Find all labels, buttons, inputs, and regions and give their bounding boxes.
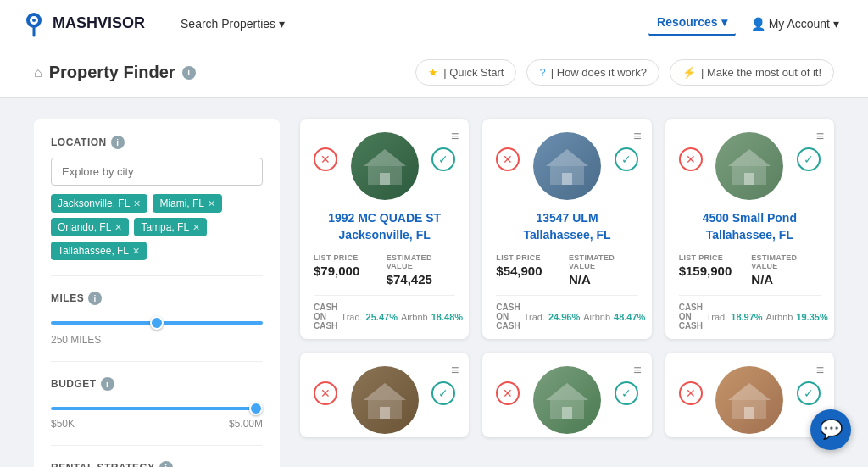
chevron-down-icon-resources: ▾ [721,15,727,29]
search-properties-nav[interactable]: Search Properties ▾ [172,12,293,36]
dislike-btn-4[interactable]: ✕ [314,381,337,405]
property-image-2 [533,132,601,200]
card-top-1: ≡ ✕ ✓ [300,119,469,200]
svg-rect-8 [562,173,572,185]
property-card-3: ≡ ✕ ✓ 4500 Small Pond Tallahassee, FL [665,119,834,339]
card-menu-5[interactable]: ≡ [633,363,641,378]
info-icon-budget[interactable]: i [101,377,114,391]
dislike-btn-3[interactable]: ✕ [679,147,703,171]
miles-slider[interactable] [51,321,263,325]
svg-rect-5 [380,173,390,185]
remove-tampa[interactable]: ✕ [192,222,200,233]
how-it-works-button[interactable]: ? | How does it work? [526,59,659,86]
dislike-btn-2[interactable]: ✕ [496,147,520,171]
svg-marker-3 [364,149,406,166]
card-menu-3[interactable]: ≡ [816,129,824,144]
dislike-btn-1[interactable]: ✕ [314,147,337,171]
miles-filter-label: MILES i [51,292,263,305]
tag-tampa: Tampa, FL ✕ [134,218,207,236]
svg-rect-20 [744,407,754,419]
miles-label-row: 250 MILES [51,334,263,346]
resources-label: Resources [657,15,718,29]
budget-max: $5.00M [229,418,263,430]
budget-slider[interactable] [51,407,263,410]
coc-row-3: CASH ON CASH Trad. 18.97% Airbnb 19.35% [679,295,821,331]
like-btn-3[interactable]: ✓ [797,147,821,171]
page-header: ⌂ Property Finder i ★ | Quick Start ? | … [0,47,868,98]
logo-icon [20,10,47,37]
trad-val-3: 18.97% [731,312,762,322]
bolt-icon: ⚡ [682,66,696,79]
like-btn-5[interactable]: ✓ [615,381,638,405]
rental-strategy-label: RENTAL STRATEGY i [51,461,263,467]
list-price-value-3: $159,900 [679,264,748,278]
remove-tallahassee[interactable]: ✕ [132,246,140,257]
property-card-4: ≡ ✕ ✓ [300,353,469,437]
remove-jacksonville[interactable]: ✕ [133,198,141,209]
star-icon: ★ [428,66,438,79]
card-menu-4[interactable]: ≡ [451,363,459,378]
chat-icon: 💬 [820,419,843,441]
property-grid: ≡ ✕ ✓ 1992 MC QUADE ST Jacksonville, FL [300,119,834,467]
tag-orlando: Orlando, FL ✕ [51,218,129,236]
info-icon-miles[interactable]: i [88,292,102,305]
est-value-value-3: N/A [751,272,821,286]
dislike-btn-6[interactable]: ✕ [679,381,703,405]
tag-jacksonville: Jacksonville, FL ✕ [51,194,147,213]
how-it-works-label: | How does it work? [551,66,647,79]
coc-row-1: CASH ON CASH Trad. 25.47% Airbnb 18.48% [314,295,455,331]
price-row-1: LIST PRICE $79,000 ESTIMATED VALUE $74,4… [314,253,455,286]
remove-miami[interactable]: ✕ [208,198,215,209]
make-most-button[interactable]: ⚡ | Make the most out of it! [670,59,834,86]
info-icon-strategy[interactable]: i [159,461,173,467]
miles-slider-container [51,314,263,327]
card-menu-1[interactable]: ≡ [451,129,459,144]
card-menu-6[interactable]: ≡ [816,363,824,378]
like-btn-6[interactable]: ✓ [797,381,821,405]
resources-nav[interactable]: Resources ▾ [648,10,736,36]
airbnb-val-3: 19.35% [796,312,827,322]
logo-text: MASHVISOR [53,14,145,32]
divider-location-miles [51,275,263,276]
chevron-down-icon-account: ▾ [833,17,839,31]
home-icon: ⌂ [34,65,42,81]
list-price-col-1: LIST PRICE $79,000 [314,253,383,286]
trad-val-2: 24.96% [548,312,580,322]
card-top-5: ≡ ✕ ✓ [482,353,651,434]
divider-budget-strategy [51,445,263,446]
price-row-3: LIST PRICE $159,900 ESTIMATED VALUE N/A [679,253,821,286]
budget-min: $50K [51,418,75,430]
location-input[interactable] [51,158,263,186]
account-nav[interactable]: 👤 My Account ▾ [743,12,848,36]
quick-start-button[interactable]: ★ | Quick Start [415,59,516,86]
property-address-2: 13547 ULM Tallahassee, FL [496,210,637,243]
price-row-2: LIST PRICE $54,900 ESTIMATED VALUE N/A [496,253,637,286]
like-btn-4[interactable]: ✓ [431,381,455,405]
property-address-3: 4500 Small Pond Tallahassee, FL [679,210,821,243]
like-btn-1[interactable]: ✓ [431,147,455,171]
logo[interactable]: MASHVISOR [20,10,145,37]
svg-rect-17 [562,407,572,419]
property-image-3 [715,132,783,200]
info-icon-title[interactable]: i [182,66,196,80]
card-top-4: ≡ ✕ ✓ [300,353,469,434]
svg-marker-6 [546,149,588,166]
card-top-3: ≡ ✕ ✓ [665,119,834,200]
coc-row-2: CASH ON CASH Trad. 24.96% Airbnb 48.47% [496,295,637,331]
card-body-2: 13547 ULM Tallahassee, FL LIST PRICE $54… [482,200,651,339]
chat-widget[interactable]: 💬 [810,409,851,450]
est-value-col-1: ESTIMATED VALUE $74,425 [387,253,456,286]
like-btn-2[interactable]: ✓ [615,147,638,171]
trad-val-1: 25.47% [366,312,398,322]
search-properties-label: Search Properties [181,17,275,31]
list-price-value-2: $54,900 [496,264,565,278]
header-actions: ★ | Quick Start ? | How does it work? ⚡ … [415,59,834,86]
main-content: LOCATION i Jacksonville, FL ✕ Miami, FL … [0,98,868,467]
dislike-btn-5[interactable]: ✕ [496,381,520,405]
svg-point-2 [32,19,36,22]
remove-orlando[interactable]: ✕ [114,222,122,233]
info-icon-location[interactable]: i [111,136,125,149]
question-icon: ? [539,66,545,79]
card-menu-2[interactable]: ≡ [633,129,641,144]
svg-marker-18 [728,383,771,400]
